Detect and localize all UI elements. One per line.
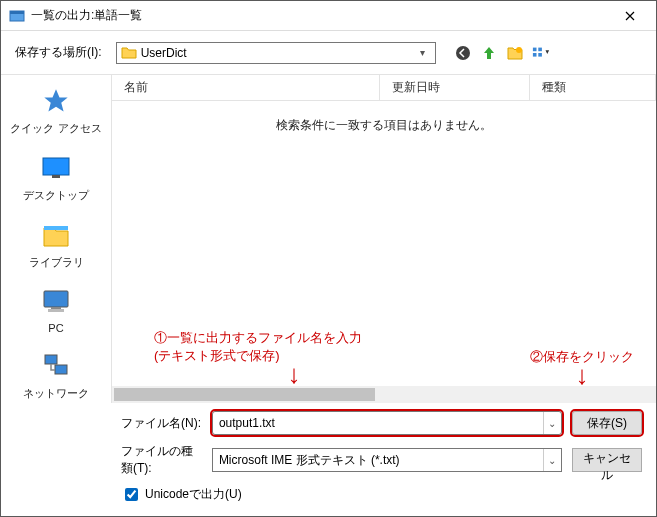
column-name[interactable]: 名前 xyxy=(112,75,380,100)
pc-icon xyxy=(40,286,72,318)
view-menu-icon[interactable] xyxy=(532,44,550,62)
back-icon[interactable] xyxy=(454,44,472,62)
filename-combo[interactable]: ⌄ xyxy=(212,411,562,435)
arrow-down-icon: ↓ xyxy=(530,366,634,384)
location-toolbar: 保存する場所(I): UserDict ▾ xyxy=(1,31,656,75)
svg-rect-11 xyxy=(44,291,68,307)
close-button[interactable] xyxy=(610,2,650,30)
footer: ファイル名(N): ⌄ 保存(S) ファイルの種類(T): ⌄ キャンセル Un… xyxy=(1,403,656,516)
new-folder-icon[interactable] xyxy=(506,44,524,62)
sidebar-item-label: クイック アクセス xyxy=(10,121,101,136)
column-headers: 名前 更新日時 種類 xyxy=(112,75,656,101)
star-icon xyxy=(40,85,72,117)
chevron-down-icon[interactable]: ▾ xyxy=(415,47,431,58)
svg-point-2 xyxy=(456,46,470,60)
network-icon xyxy=(40,350,72,382)
svg-rect-1 xyxy=(10,11,24,14)
window-title: 一覧の出力:単語一覧 xyxy=(31,7,610,24)
arrow-down-icon: ↓ xyxy=(226,365,362,383)
empty-message: 検索条件に一致する項目はありません。 xyxy=(112,101,656,134)
folder-icon xyxy=(121,45,137,61)
filename-input[interactable] xyxy=(213,416,543,430)
save-button[interactable]: 保存(S) xyxy=(572,411,642,435)
svg-rect-15 xyxy=(55,365,67,374)
filetype-value xyxy=(213,453,543,467)
location-text: UserDict xyxy=(141,46,415,60)
svg-rect-4 xyxy=(533,47,537,51)
svg-rect-14 xyxy=(45,355,57,364)
sidebar-item-label: デスクトップ xyxy=(23,188,89,203)
sidebar-item-pc[interactable]: PC xyxy=(1,286,111,334)
sidebar-item-quick-access[interactable]: クイック アクセス xyxy=(1,85,111,136)
svg-point-3 xyxy=(516,47,522,53)
sidebar-item-network[interactable]: ネットワーク xyxy=(1,350,111,401)
nav-icons xyxy=(454,44,550,62)
sidebar-item-desktop[interactable]: デスクトップ xyxy=(1,152,111,203)
dialog-body: クイック アクセス デスクトップ ライブラリ PC ネットワーク 名前 xyxy=(1,75,656,403)
location-combo[interactable]: UserDict ▾ xyxy=(116,42,436,64)
filename-label: ファイル名(N): xyxy=(121,415,202,432)
svg-rect-7 xyxy=(538,53,542,57)
unicode-checkbox[interactable] xyxy=(125,488,138,501)
location-label: 保存する場所(I): xyxy=(15,44,102,61)
svg-rect-6 xyxy=(538,47,542,51)
chevron-down-icon[interactable]: ⌄ xyxy=(543,412,561,434)
up-icon[interactable] xyxy=(480,44,498,62)
unicode-label: Unicodeで出力(U) xyxy=(145,486,242,503)
sidebar-item-label: ライブラリ xyxy=(29,255,84,270)
column-date[interactable]: 更新日時 xyxy=(380,75,530,100)
cancel-button[interactable]: キャンセル xyxy=(572,448,642,472)
svg-rect-13 xyxy=(48,309,64,312)
file-list-pane: 名前 更新日時 種類 検索条件に一致する項目はありません。 ①一覧に出力するファ… xyxy=(111,75,656,403)
filetype-combo[interactable]: ⌄ xyxy=(212,448,562,472)
chevron-down-icon[interactable]: ⌄ xyxy=(543,449,561,471)
app-icon xyxy=(9,8,25,24)
save-dialog: 一覧の出力:単語一覧 保存する場所(I): UserDict ▾ クイック アク… xyxy=(0,0,657,517)
places-sidebar: クイック アクセス デスクトップ ライブラリ PC ネットワーク xyxy=(1,75,111,403)
titlebar: 一覧の出力:単語一覧 xyxy=(1,1,656,31)
sidebar-item-libraries[interactable]: ライブラリ xyxy=(1,219,111,270)
desktop-icon xyxy=(40,152,72,184)
svg-rect-5 xyxy=(533,53,537,57)
library-icon xyxy=(40,219,72,251)
horizontal-scrollbar[interactable] xyxy=(112,386,656,403)
annotation-1: ①一覧に出力するファイル名を入力 (テキスト形式で保存) ↓ xyxy=(154,329,362,383)
annotation-2: ②保存をクリック ↓ xyxy=(530,348,634,384)
file-area: 検索条件に一致する項目はありません。 ①一覧に出力するファイル名を入力 (テキス… xyxy=(112,101,656,386)
sidebar-item-label: ネットワーク xyxy=(23,386,89,401)
sidebar-item-label: PC xyxy=(48,322,63,334)
filetype-label: ファイルの種類(T): xyxy=(121,443,202,477)
column-type[interactable]: 種類 xyxy=(530,75,656,100)
svg-rect-9 xyxy=(52,175,60,178)
svg-rect-10 xyxy=(44,226,68,230)
svg-rect-8 xyxy=(43,158,69,175)
svg-rect-12 xyxy=(51,307,61,309)
